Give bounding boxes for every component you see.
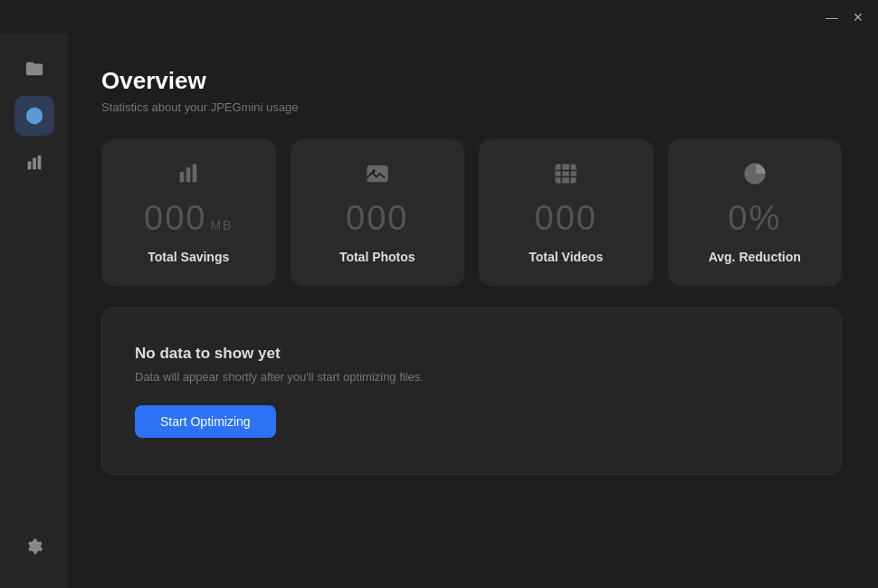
videos-value: 000 (535, 201, 597, 235)
empty-state-title: No data to show yet (135, 345, 808, 363)
reduction-label: Avg. Reduction (709, 250, 801, 264)
sidebar (0, 34, 69, 588)
reduction-value: 0% (728, 201, 781, 235)
svg-rect-1 (33, 158, 36, 170)
stat-card-savings: 000MB Total Savings (101, 139, 276, 286)
svg-rect-8 (556, 165, 577, 184)
start-optimizing-button[interactable]: Start Optimizing (135, 405, 276, 438)
page-subtitle: Statistics about your JPEGmini usage (101, 100, 842, 114)
folder-icon (24, 59, 44, 79)
sidebar-bottom (14, 526, 54, 574)
stat-card-reduction: 0% Avg. Reduction (668, 139, 843, 286)
stat-card-photos: 000 Total Photos (291, 139, 465, 286)
sidebar-nav (14, 49, 54, 526)
app-body: Overview Statistics about your JPEGmini … (0, 34, 878, 588)
close-button[interactable]: ✕ (853, 11, 864, 24)
svg-rect-2 (38, 156, 42, 170)
svg-rect-4 (186, 167, 191, 182)
sidebar-item-files[interactable] (14, 49, 54, 89)
sidebar-item-stats[interactable] (14, 143, 54, 183)
stats-grid: 000MB Total Savings 000 (101, 139, 842, 286)
videos-icon (553, 161, 578, 186)
page-title: Overview (101, 67, 842, 95)
empty-state-card: No data to show yet Data will appear sho… (101, 308, 842, 475)
app-window: — ✕ (0, 0, 878, 588)
empty-state-description: Data will appear shortly after you'll st… (135, 370, 808, 384)
svg-rect-3 (180, 172, 185, 183)
bar-chart-icon (24, 153, 44, 173)
sidebar-item-overview[interactable] (14, 96, 54, 136)
chart-pie-icon (24, 106, 44, 126)
titlebar-controls: — ✕ (826, 11, 864, 24)
svg-rect-0 (28, 161, 32, 169)
savings-label: Total Savings (148, 250, 229, 264)
photos-value: 000 (346, 201, 408, 235)
svg-rect-5 (193, 165, 197, 183)
savings-icon (176, 161, 201, 186)
titlebar: — ✕ (0, 0, 878, 34)
reduction-icon (742, 161, 768, 186)
stat-card-videos: 000 Total Videos (479, 139, 654, 286)
minimize-button[interactable]: — (826, 11, 838, 24)
photos-icon (365, 161, 390, 186)
savings-value: 000MB (144, 201, 233, 235)
gear-icon (24, 536, 44, 556)
videos-label: Total Videos (529, 250, 603, 264)
photos-label: Total Photos (339, 250, 415, 264)
settings-button[interactable] (14, 526, 54, 566)
main-content: Overview Statistics about your JPEGmini … (69, 34, 878, 588)
